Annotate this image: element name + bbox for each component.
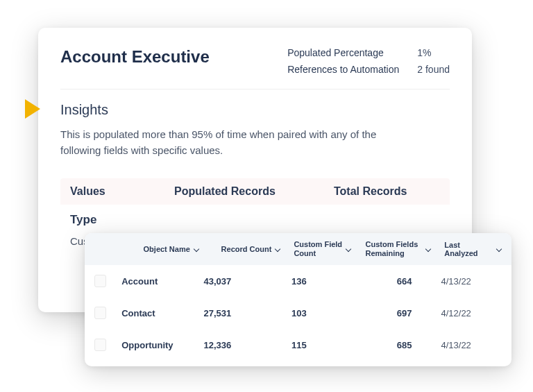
cell-custom-field-count: 115	[280, 340, 353, 350]
table-row[interactable]: Opportunity 12,336 115 685 4/13/22	[85, 329, 511, 361]
cell-custom-fields-remaining: 697	[357, 308, 437, 318]
column-custom-fields-remaining-label: Custom Fields Remaining	[365, 240, 422, 258]
insights-heading: Insights	[60, 102, 450, 118]
chevron-down-icon	[346, 246, 352, 253]
cell-custom-field-count: 136	[280, 276, 353, 287]
column-custom-field-count-label: Custom Field Count	[294, 240, 342, 258]
column-custom-fields-remaining[interactable]: Custom Fields Remaining	[365, 240, 440, 258]
stat-populated-value: 1%	[417, 47, 450, 58]
column-last-analyzed-label: Last Analyzed	[444, 241, 492, 257]
column-total-records: Total Records	[334, 185, 407, 198]
page-title: Account Executive	[60, 47, 266, 67]
column-object-name-label: Object Name	[144, 245, 190, 253]
stat-references-label: References to Automation	[287, 64, 399, 75]
column-object-name[interactable]: Object Name	[144, 245, 217, 253]
card-header: Account Executive Populated Percentage 1…	[60, 47, 450, 90]
cell-record-count: 27,531	[203, 308, 276, 318]
column-custom-field-count[interactable]: Custom Field Count	[294, 240, 361, 258]
insights-marker-icon	[25, 99, 40, 119]
cell-last-analyzed: 4/12/22	[441, 308, 502, 318]
column-record-count-label: Record Count	[221, 245, 272, 253]
row-checkbox[interactable]	[94, 307, 106, 319]
values-type-label: Type	[60, 205, 450, 231]
insights-section: Insights This is populated more than 95%…	[60, 90, 450, 251]
cell-custom-field-count: 103	[280, 308, 353, 318]
insights-description: This is populated more than 95% of time …	[60, 126, 407, 159]
objects-table-card: Object Name Record Count Custom Field Co…	[85, 233, 511, 366]
cell-record-count: 43,037	[203, 276, 276, 287]
table-row[interactable]: Account 43,037 136 664 4/13/22	[85, 265, 511, 297]
cell-object-name: Contact	[121, 308, 199, 318]
cell-object-name: Opportunity	[121, 340, 199, 350]
cell-custom-fields-remaining: 685	[357, 340, 437, 350]
stat-populated-label: Populated Percentage	[287, 47, 399, 58]
header-stats: Populated Percentage 1% References to Au…	[287, 47, 450, 75]
chevron-down-icon	[496, 246, 502, 253]
objects-table-header: Object Name Record Count Custom Field Co…	[85, 233, 511, 265]
values-table-header: Values Populated Records Total Records	[60, 178, 450, 205]
cell-custom-fields-remaining: 664	[357, 276, 437, 287]
chevron-down-icon	[275, 246, 281, 253]
cell-record-count: 12,336	[203, 340, 276, 350]
chevron-down-icon	[194, 246, 200, 253]
chevron-down-icon	[425, 246, 432, 253]
cell-last-analyzed: 4/13/22	[441, 340, 502, 350]
cell-last-analyzed: 4/13/22	[441, 276, 502, 287]
table-row[interactable]: Contact 27,531 103 697 4/12/22	[85, 297, 511, 329]
row-checkbox[interactable]	[94, 275, 106, 287]
column-record-count[interactable]: Record Count	[221, 245, 290, 253]
column-last-analyzed[interactable]: Last Analyzed	[444, 241, 502, 257]
cell-object-name: Account	[121, 276, 199, 287]
column-values: Values	[70, 185, 174, 198]
stat-references-value: 2 found	[417, 64, 450, 75]
column-populated-records: Populated Records	[174, 185, 334, 198]
row-checkbox[interactable]	[94, 339, 106, 351]
